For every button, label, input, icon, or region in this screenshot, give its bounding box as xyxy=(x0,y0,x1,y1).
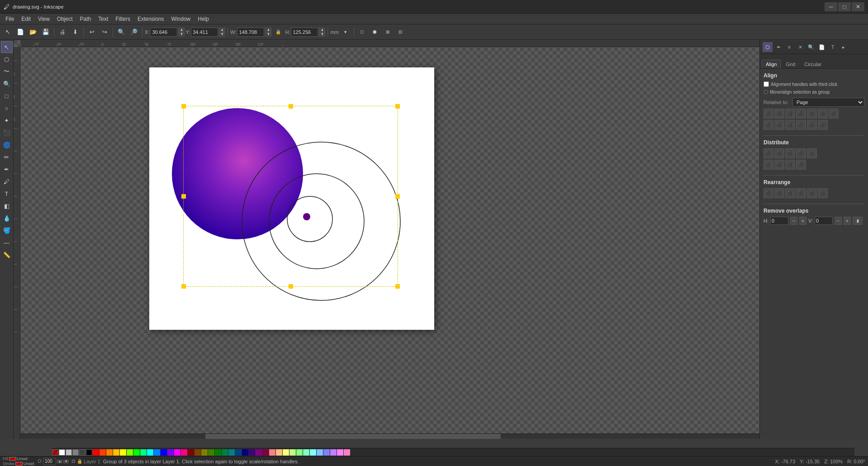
tool-connector[interactable]: — xyxy=(1,237,13,248)
align-r5[interactable]: ⬛ xyxy=(807,120,817,130)
alignment-handles-checkbox[interactable] xyxy=(764,81,769,87)
dist-6[interactable]: ⬛ xyxy=(764,160,773,170)
align-extra[interactable]: ⬛ xyxy=(829,109,839,119)
palette-magenta[interactable] xyxy=(174,449,180,456)
palette-dark-lime[interactable] xyxy=(208,449,214,456)
align-r1[interactable]: ⬛ xyxy=(764,120,773,130)
panel-doc-icon[interactable]: 📄 xyxy=(817,42,827,52)
w-input[interactable] xyxy=(237,28,264,37)
tool-gradient[interactable]: ◧ xyxy=(1,200,13,212)
rearrange-1[interactable]: ⬛ xyxy=(764,188,773,198)
palette-yellow[interactable] xyxy=(120,449,126,456)
palette-red[interactable] xyxy=(93,449,99,456)
panel-search-icon[interactable]: 🔍 xyxy=(806,42,816,52)
palette-light-yellow[interactable] xyxy=(283,449,289,456)
rearrange-2[interactable]: ⬛ xyxy=(774,188,784,198)
canvas-area[interactable]: -75 -50 -25 0 25 50 75 100 xyxy=(14,40,759,439)
align-r6[interactable]: ⬛ xyxy=(818,120,828,130)
palette-plum[interactable] xyxy=(262,449,269,456)
panel-text-icon[interactable]: T xyxy=(828,42,838,52)
dist-9[interactable]: ⬛ xyxy=(796,160,806,170)
spiral-inner[interactable] xyxy=(287,196,332,242)
rearrange-3[interactable]: ⬛ xyxy=(785,188,795,198)
palette-cyan[interactable] xyxy=(147,449,153,456)
toolbar-import[interactable]: ⬇ xyxy=(69,26,81,38)
palette-black[interactable] xyxy=(86,449,92,456)
dist-2[interactable]: ⬛ xyxy=(774,148,784,158)
v-value-input[interactable] xyxy=(815,217,833,225)
rearrange-6[interactable]: ⬛ xyxy=(818,188,828,198)
stroke-color-box[interactable] xyxy=(15,462,23,466)
palette-violet[interactable] xyxy=(167,449,174,456)
align-center-h[interactable]: ⬛ xyxy=(807,109,817,119)
toolbar-new[interactable]: 📄 xyxy=(14,26,26,38)
dist-7[interactable]: ⬛ xyxy=(774,160,784,170)
toolbar-select[interactable]: ↖ xyxy=(2,26,14,38)
palette-amber[interactable] xyxy=(113,449,119,456)
titlebar-controls[interactable]: ─ □ ✕ xyxy=(825,2,864,11)
toolbar-undo[interactable]: ↩ xyxy=(86,26,98,38)
spiral-center-dot[interactable] xyxy=(303,213,310,220)
x-input[interactable] xyxy=(150,28,177,37)
palette-light-cyan[interactable] xyxy=(310,449,316,456)
tool-star[interactable]: ✦ xyxy=(1,114,13,126)
rearrange-5[interactable]: ⬛ xyxy=(807,188,817,198)
panel-align-icon[interactable]: ⬡ xyxy=(763,42,773,52)
align-r4[interactable]: ⬛ xyxy=(796,120,806,130)
dist-8[interactable]: ⬛ xyxy=(785,160,795,170)
restore-button[interactable]: □ xyxy=(838,2,851,11)
opacity-up[interactable]: ▲ xyxy=(57,460,62,463)
palette-sky[interactable] xyxy=(317,449,323,456)
menu-path[interactable]: Path xyxy=(76,14,95,24)
palette-indigo[interactable] xyxy=(249,449,255,456)
palette-lavender[interactable] xyxy=(330,449,337,456)
tool-text[interactable]: T xyxy=(1,188,13,200)
tool-pencil[interactable]: ✏ xyxy=(1,151,13,163)
dist-3[interactable]: ⬛ xyxy=(785,148,795,158)
h-plus[interactable]: + xyxy=(799,217,806,225)
menu-extensions[interactable]: Extensions xyxy=(134,14,168,24)
toolbar-transform2[interactable]: ⬢ xyxy=(369,26,381,38)
drawing-canvas[interactable] xyxy=(149,67,434,330)
palette-navy[interactable] xyxy=(242,449,248,456)
dist-1[interactable]: ⬛ xyxy=(764,148,773,158)
tab-circular[interactable]: Circular xyxy=(800,60,825,68)
dist-5[interactable]: ⬛ xyxy=(807,148,817,158)
h-up[interactable]: ▲ xyxy=(319,28,325,32)
y-input[interactable] xyxy=(191,28,218,37)
toolbar-transform4[interactable]: ⊟ xyxy=(394,26,406,38)
tool-ellipse[interactable]: ○ xyxy=(1,102,13,114)
toolbar-redo[interactable]: ↪ xyxy=(99,26,110,38)
palette-dark-green[interactable] xyxy=(215,449,221,456)
tab-align[interactable]: Align xyxy=(762,60,781,68)
palette-pink[interactable] xyxy=(337,449,343,456)
palette-lgray[interactable] xyxy=(66,449,72,456)
palette-olive[interactable] xyxy=(201,449,208,456)
palette-green[interactable] xyxy=(133,449,140,456)
opacity-down[interactable]: ▼ xyxy=(63,460,69,463)
minimize-button[interactable]: ─ xyxy=(825,2,837,11)
tool-tweak[interactable]: 〜 xyxy=(1,66,13,77)
palette-dark-cyan[interactable] xyxy=(228,449,235,456)
x-down[interactable]: ▼ xyxy=(178,32,185,37)
close-button[interactable]: ✕ xyxy=(852,2,864,11)
palette-x[interactable] xyxy=(52,449,58,456)
panel-close-icon[interactable]: ✕ xyxy=(795,42,805,52)
toolbar-zoom-in[interactable]: 🔍 xyxy=(115,26,127,38)
toolbar-save[interactable]: 💾 xyxy=(40,26,52,38)
palette-azure[interactable] xyxy=(154,449,160,456)
h-input[interactable] xyxy=(291,28,318,37)
toolbar-transform3[interactable]: ⊞ xyxy=(382,26,394,38)
palette-light-lime[interactable] xyxy=(289,449,296,456)
menu-view[interactable]: View xyxy=(34,14,53,24)
palette-gray[interactable] xyxy=(72,449,79,456)
toolbar-print[interactable]: 🖨 xyxy=(57,26,68,38)
x-up[interactable]: ▲ xyxy=(178,28,185,32)
apply-overlaps[interactable]: ▮ xyxy=(853,217,863,225)
palette-orange[interactable] xyxy=(106,449,113,456)
panel-pen-icon[interactable]: ✒ xyxy=(773,42,783,52)
toolbar-open[interactable]: 📂 xyxy=(27,26,39,38)
palette-orange-red[interactable] xyxy=(100,449,106,456)
h-value-input[interactable] xyxy=(770,217,788,225)
toolbar-transform1[interactable]: ⬡ xyxy=(356,26,368,38)
